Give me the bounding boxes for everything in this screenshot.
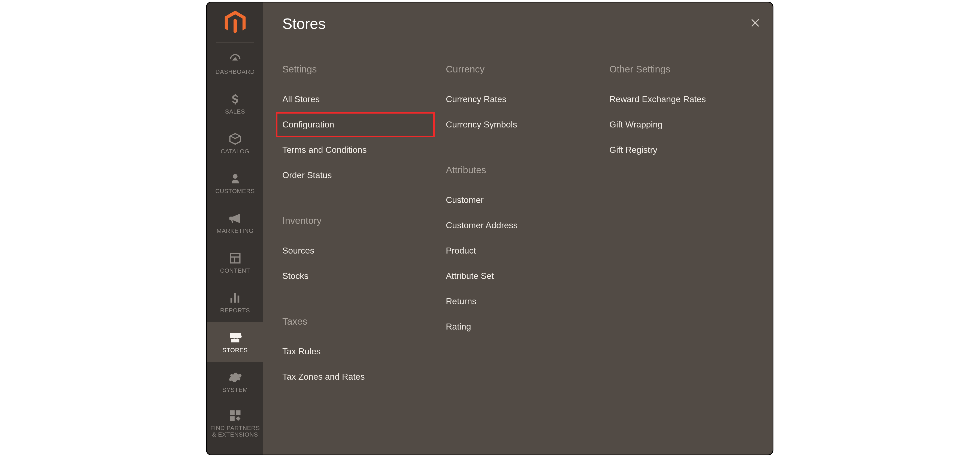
menu-link-configuration[interactable]: Configuration <box>276 112 435 137</box>
group-attributes: Attributes Customer Customer Address Pro… <box>446 165 598 340</box>
menu-link-customer-address[interactable]: Customer Address <box>446 213 598 238</box>
sidenav-item-marketing[interactable]: MARKETING <box>207 203 263 243</box>
admin-sidenav: DASHBOARD SALES CATALOG CUSTOMERS <box>207 2 263 455</box>
menu-link-terms-and-conditions[interactable]: Terms and Conditions <box>282 137 435 163</box>
sidenav-label: REPORTS <box>220 307 250 314</box>
menu-link-returns[interactable]: Returns <box>446 289 598 314</box>
sidenav-label: CONTENT <box>220 267 250 274</box>
sidenav-label: FIND PARTNERS & EXTENSIONS <box>207 425 263 438</box>
group-heading: Settings <box>282 64 435 75</box>
storefront-icon <box>228 330 243 345</box>
menu-link-all-stores[interactable]: All Stores <box>282 87 435 112</box>
menu-link-gift-wrapping[interactable]: Gift Wrapping <box>609 112 762 137</box>
flyout-column-1: Settings All Stores Configuration Terms … <box>282 64 435 417</box>
menu-link-product[interactable]: Product <box>446 238 598 263</box>
menu-link-currency-symbols[interactable]: Currency Symbols <box>446 112 598 137</box>
sidenav-item-sales[interactable]: SALES <box>207 83 263 123</box>
menu-link-gift-registry[interactable]: Gift Registry <box>609 137 762 163</box>
group-currency: Currency Currency Rates Currency Symbols <box>446 64 598 137</box>
flyout-column-2: Currency Currency Rates Currency Symbols… <box>446 64 598 417</box>
menu-link-tax-rules[interactable]: Tax Rules <box>282 339 435 364</box>
flyout-columns: Settings All Stores Configuration Terms … <box>282 64 762 417</box>
gear-icon <box>228 370 243 385</box>
group-heading: Other Settings <box>609 64 762 75</box>
menu-link-currency-rates[interactable]: Currency Rates <box>446 87 598 112</box>
magento-logo-icon <box>224 11 246 35</box>
sidenav-label: MARKETING <box>216 228 253 234</box>
sidenav-label: DASHBOARD <box>216 69 255 75</box>
megaphone-icon <box>228 211 243 226</box>
sidenav-item-dashboard[interactable]: DASHBOARD <box>207 44 263 83</box>
sidenav-item-customers[interactable]: CUSTOMERS <box>207 163 263 203</box>
sidenav-item-catalog[interactable]: CATALOG <box>207 123 263 163</box>
group-heading: Taxes <box>282 316 435 327</box>
group-taxes: Taxes Tax Rules Tax Zones and Rates <box>282 316 435 389</box>
sidenav-divider <box>216 42 254 43</box>
sidenav-label: SYSTEM <box>223 387 248 393</box>
dollar-icon <box>228 92 243 107</box>
group-heading: Attributes <box>446 165 598 175</box>
sidenav-label: CUSTOMERS <box>215 188 255 194</box>
flyout-column-3: Other Settings Reward Exchange Rates Gif… <box>609 64 762 417</box>
close-icon <box>749 17 761 29</box>
sidenav-item-stores[interactable]: STORES <box>207 322 263 362</box>
bar-chart-icon <box>228 290 243 306</box>
flyout-close-button[interactable] <box>748 16 762 30</box>
stores-flyout: Stores Settings All Stores Configuration… <box>263 2 773 455</box>
dashboard-icon <box>228 52 243 67</box>
sidenav-item-content[interactable]: CONTENT <box>207 243 263 282</box>
menu-link-sources[interactable]: Sources <box>282 238 435 263</box>
menu-link-customer[interactable]: Customer <box>446 187 598 213</box>
menu-link-reward-exchange-rates[interactable]: Reward Exchange Rates <box>609 87 762 112</box>
sidenav-item-find-partners[interactable]: FIND PARTNERS & EXTENSIONS <box>207 401 263 444</box>
sidenav-label: STORES <box>223 347 248 354</box>
admin-panel: DASHBOARD SALES CATALOG CUSTOMERS <box>206 2 773 455</box>
box-icon <box>228 131 243 146</box>
menu-link-tax-zones-and-rates[interactable]: Tax Zones and Rates <box>282 364 435 389</box>
magento-logo[interactable] <box>207 2 263 42</box>
menu-link-rating[interactable]: Rating <box>446 314 598 340</box>
menu-link-order-status[interactable]: Order Status <box>282 163 435 188</box>
layout-icon <box>228 251 243 266</box>
group-other-settings: Other Settings Reward Exchange Rates Gif… <box>609 64 762 163</box>
group-heading: Currency <box>446 64 598 75</box>
menu-link-stocks[interactable]: Stocks <box>282 263 435 289</box>
person-icon <box>228 171 243 186</box>
flyout-title: Stores <box>282 15 762 32</box>
group-settings: Settings All Stores Configuration Terms … <box>282 64 435 188</box>
blocks-icon <box>228 408 243 423</box>
group-inventory: Inventory Sources Stocks <box>282 215 435 289</box>
sidenav-label: SALES <box>225 108 245 115</box>
menu-link-attribute-set[interactable]: Attribute Set <box>446 263 598 289</box>
sidenav-label: CATALOG <box>221 148 249 155</box>
sidenav-item-reports[interactable]: REPORTS <box>207 282 263 322</box>
group-heading: Inventory <box>282 215 435 226</box>
sidenav-item-system[interactable]: SYSTEM <box>207 362 263 401</box>
